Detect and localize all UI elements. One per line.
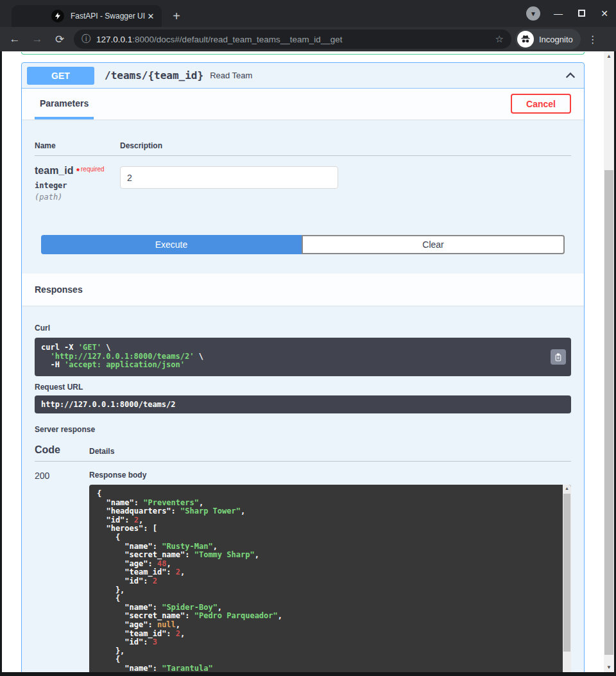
- endpoint-summary: Read Team: [210, 71, 252, 80]
- response-body-block: { "name": "Preventers", "headquarters": …: [89, 485, 571, 672]
- minimize-icon[interactable]: —: [553, 8, 563, 19]
- browser-menu-icon[interactable]: ⋮: [586, 33, 599, 46]
- response-row: 200 Response body { "name": "Preventers"…: [35, 462, 571, 672]
- parameter-type: integer: [35, 181, 120, 190]
- status-code: 200: [35, 471, 89, 672]
- new-tab-button[interactable]: +: [168, 8, 185, 24]
- scroll-up-icon[interactable]: ▲: [563, 486, 571, 490]
- responses-section-header: Responses: [22, 273, 584, 306]
- request-url-label: Request URL: [35, 383, 571, 392]
- collapse-chevron-icon[interactable]: [565, 70, 576, 82]
- browser-toolbar: ← → ⟳ ⓘ 127.0.0.1:8000/docs#/default/rea…: [0, 27, 616, 51]
- response-scrollbar[interactable]: ▲: [563, 485, 571, 672]
- opblock-header[interactable]: GET /teams/{team_id} Read Team: [22, 63, 584, 89]
- fastapi-favicon-icon: [51, 10, 64, 22]
- required-asterisk: *: [76, 166, 80, 176]
- incognito-badge: Incognito: [515, 29, 581, 49]
- curl-code: curl -X 'GET' \ 'http://127.0.0.1:8000/t…: [41, 343, 545, 370]
- curl-command: curl -X 'GET' \ 'http://127.0.0.1:8000/t…: [35, 338, 571, 376]
- url-bar[interactable]: ⓘ 127.0.0.1:8000/docs#/default/read_team…: [74, 30, 511, 49]
- endpoint-path: /teams/{team_id}: [105, 69, 203, 82]
- responses-title: Responses: [35, 284, 83, 295]
- required-label: required: [81, 166, 105, 173]
- team-id-input[interactable]: [120, 166, 338, 189]
- execute-wrapper: Execute Clear: [41, 235, 565, 254]
- forward-icon[interactable]: →: [30, 33, 45, 46]
- parameter-name: team_id *required: [35, 165, 120, 177]
- incognito-icon: [517, 31, 534, 48]
- close-icon[interactable]: ✕: [599, 8, 610, 19]
- parameters-section-header: Parameters Cancel: [22, 89, 584, 119]
- parameter-row: team_id *required integer (path): [35, 156, 571, 202]
- tab-close-icon[interactable]: ✕: [145, 10, 157, 22]
- previous-opblock-edge: [21, 52, 585, 55]
- method-badge: GET: [27, 67, 94, 85]
- tab-parameters[interactable]: Parameters: [35, 90, 94, 119]
- window-menu-icon[interactable]: ▼: [526, 6, 540, 21]
- incognito-label: Incognito: [539, 35, 573, 44]
- bookmark-star-icon[interactable]: ☆: [495, 33, 504, 45]
- browser-scrollbar[interactable]: ▲ ▼: [604, 51, 614, 672]
- page-scroll-down-icon[interactable]: ▼: [604, 664, 614, 670]
- parameters-table: Name Description team_id *required integ…: [22, 119, 584, 202]
- copy-to-clipboard-icon[interactable]: [551, 349, 566, 365]
- column-header-code: Code: [35, 444, 89, 456]
- clear-button[interactable]: Clear: [302, 235, 565, 254]
- opblock-get-team: GET /teams/{team_id} Read Team Parameter…: [21, 62, 585, 672]
- maximize-icon[interactable]: [576, 8, 586, 19]
- response-table-header: Code Details: [35, 444, 571, 462]
- url-text: 127.0.0.1:8000/docs#/default/read_team_t…: [96, 35, 490, 44]
- cancel-button[interactable]: Cancel: [511, 94, 571, 114]
- page-scroll-up-icon[interactable]: ▲: [604, 53, 614, 59]
- response-body-label: Response body: [89, 471, 571, 480]
- parameter-location: (path): [35, 193, 120, 202]
- column-header-description: Description: [120, 141, 162, 150]
- column-header-details: Details: [89, 447, 114, 456]
- browser-window: FastAPI - Swagger UI ✕ + ▼ — ✕ ← → ⟳ ⓘ 1…: [0, 0, 616, 676]
- execute-button[interactable]: Execute: [41, 235, 302, 254]
- window-controls: ▼ — ✕: [526, 0, 610, 27]
- swagger-page: GET /teams/{team_id} Read Team Parameter…: [2, 51, 614, 672]
- titlebar: FastAPI - Swagger UI ✕ + ▼ — ✕: [0, 0, 616, 27]
- response-scrollbar-thumb[interactable]: [563, 494, 570, 652]
- curl-label: Curl: [35, 324, 571, 333]
- back-icon[interactable]: ←: [7, 33, 22, 46]
- browser-tab[interactable]: FastAPI - Swagger UI ✕: [12, 5, 162, 27]
- responses-body: Curl curl -X 'GET' \ 'http://127.0.0.1:8…: [22, 306, 584, 672]
- reload-icon[interactable]: ⟳: [52, 33, 67, 46]
- browser-scrollbar-thumb[interactable]: [604, 170, 613, 655]
- column-header-name: Name: [35, 141, 120, 150]
- request-url-block: http://127.0.0.1:8000/teams/2: [35, 395, 571, 413]
- tab-title: FastAPI - Swagger UI: [71, 12, 145, 21]
- response-json: { "name": "Preventers", "headquarters": …: [97, 490, 558, 672]
- site-info-icon[interactable]: ⓘ: [81, 33, 90, 45]
- server-response-label: Server response: [35, 425, 571, 434]
- request-url-value: http://127.0.0.1:8000/teams/2: [41, 400, 176, 409]
